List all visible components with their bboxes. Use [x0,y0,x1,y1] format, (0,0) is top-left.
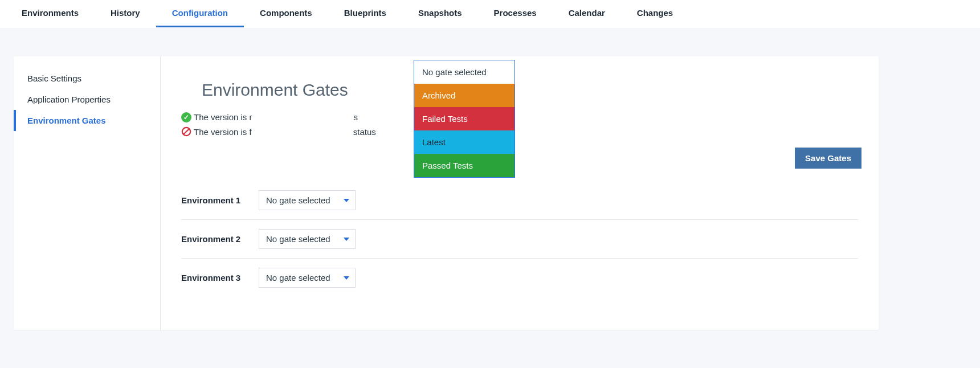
env-1-gate-select[interactable]: No gate selected [259,190,356,210]
nav-history[interactable]: History [95,0,156,27]
legend-forbidden-text-prefix: The version is f [194,125,252,140]
nav-changes[interactable]: Changes [621,0,689,27]
nav-blueprints[interactable]: Blueprints [328,0,402,27]
gate-option-archived[interactable]: Archived [414,84,514,107]
env-row-3: Environment 3 No gate selected [181,259,858,297]
gate-option-failed[interactable]: Failed Tests [414,107,514,130]
legend-required-text-suffix: s [354,110,358,125]
sidebar-item-application-properties[interactable]: Application Properties [14,89,160,110]
sidebar-item-environment-gates[interactable]: Environment Gates [14,110,160,131]
nav-snapshots[interactable]: Snapshots [402,0,478,27]
gate-option-none[interactable]: No gate selected [414,60,514,84]
nav-calendar[interactable]: Calendar [553,0,621,27]
gate-option-passed[interactable]: Passed Tests [414,154,514,177]
check-icon: ✓ [181,112,191,122]
env-2-label: Environment 2 [181,234,251,244]
env-row-2: Environment 2 No gate selected [181,220,858,259]
env-3-gate-value: No gate selected [266,273,330,283]
legend-required-row: ✓ The version is r s [181,110,858,125]
nav-configuration[interactable]: Configuration [156,0,244,27]
svg-line-1 [183,129,189,134]
sidebar-item-basic-settings[interactable]: Basic Settings [14,68,160,89]
gate-dropdown[interactable]: No gate selected Archived Failed Tests L… [414,60,515,178]
env-3-label: Environment 3 [181,273,251,283]
chevron-down-icon [344,276,349,280]
legend-forbidden-text-suffix: status [353,125,376,140]
legend-forbidden-row: The version is f status [181,125,858,140]
sidebar: Basic Settings Application Properties En… [14,56,161,330]
gate-option-latest[interactable]: Latest [414,130,514,154]
env-2-gate-select[interactable]: No gate selected [259,229,356,249]
legend: ✓ The version is r s The version is f st… [181,110,858,139]
page-body: Basic Settings Application Properties En… [0,28,980,353]
env-1-gate-value: No gate selected [266,195,330,205]
main-panel: Environment Gates ✓ The version is r s T… [161,56,879,330]
nav-processes[interactable]: Processes [478,0,553,27]
save-gates-button[interactable]: Save Gates [795,148,861,169]
chevron-down-icon [344,238,349,241]
page-title: Environment Gates [202,80,858,100]
top-nav: Environments History Configuration Compo… [0,0,980,28]
env-1-label: Environment 1 [181,195,251,205]
nav-environments[interactable]: Environments [6,0,95,27]
environments-table: Environment 1 No gate selected Environme… [181,181,858,297]
legend-required-text-prefix: The version is r [194,110,252,125]
env-2-gate-value: No gate selected [266,234,330,244]
chevron-down-icon [344,199,349,202]
nav-components[interactable]: Components [244,0,328,27]
env-row-1: Environment 1 No gate selected [181,181,858,220]
forbidden-icon [181,126,191,137]
content-card: Basic Settings Application Properties En… [14,56,879,330]
env-3-gate-select[interactable]: No gate selected [259,268,356,288]
